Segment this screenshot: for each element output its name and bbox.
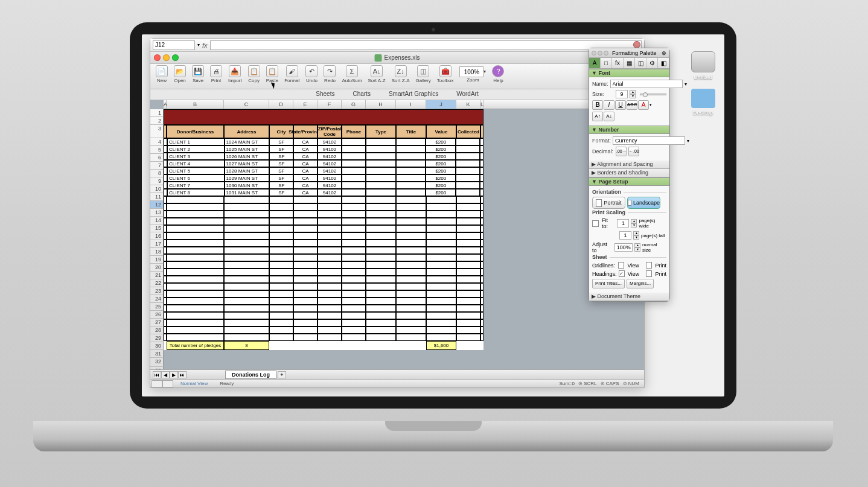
table-header[interactable]: State/Province [293,125,318,138]
add-sheet-icon[interactable]: + [278,371,286,378]
adjust-input[interactable] [614,243,633,252]
table-cell[interactable] [456,145,480,153]
italic-button[interactable]: I [604,100,614,110]
table-cell[interactable]: SF [269,167,293,174]
row-header[interactable]: 19 [150,256,164,264]
col-header[interactable]: B [167,100,224,109]
col-header[interactable]: C [224,100,269,109]
row-header[interactable]: 14 [150,217,164,224]
table-header[interactable]: Donor/Business [167,125,224,138]
table-cell[interactable]: 94102 [318,160,342,167]
palette-titlebar[interactable]: Formatting Palette ⊗ [589,48,669,58]
table-row[interactable] [164,276,483,283]
table-cell[interactable]: CA [293,189,318,196]
table-row[interactable]: CLIENT 71030 MAIN STSFCA94102$200 [164,182,483,189]
print-button[interactable]: 🖨Print [207,65,225,88]
col-header[interactable]: K [456,100,480,109]
font-section[interactable]: ▼ Font [589,69,669,77]
sort-z-a-button[interactable]: Z↓Sort Z-A [389,65,413,88]
row-header[interactable]: 8 [150,170,164,177]
increase-font-button[interactable]: A↑ [592,112,603,121]
table-cell[interactable]: 1029 MAIN ST [225,174,270,182]
table-row[interactable] [164,254,483,261]
font-size-input[interactable] [616,90,628,98]
table-row[interactable]: CLIENT 11024 MAIN STSFCA94102$200 [164,138,483,145]
import-button[interactable]: 📥Import [225,65,245,88]
palette-tool-7[interactable]: ◧ [658,58,669,68]
row-header[interactable]: 15 [150,224,164,232]
table-cell[interactable] [366,160,396,167]
drive-icon[interactable]: Untitled [686,51,720,80]
table-cell[interactable] [342,145,366,153]
table-cell[interactable] [366,167,396,174]
paste-button[interactable]: 📋Paste [263,65,281,88]
table-row[interactable] [164,211,483,218]
grid-print-checkbox[interactable] [646,262,652,269]
redo-button[interactable]: ↷Redo [321,65,339,88]
table-cell[interactable] [456,182,480,189]
table-cell[interactable] [366,145,396,153]
table-row[interactable] [164,326,483,334]
row-header[interactable]: 12 [150,201,164,209]
close-window-icon[interactable] [154,54,161,61]
row-header[interactable]: 28 [150,326,164,334]
name-box[interactable] [153,40,195,50]
table-cell[interactable]: 1026 MAIN ST [225,153,270,160]
alignment-section[interactable]: ▶ Alignment and Spacing [589,161,669,169]
page-setup-section[interactable]: ▼ Page Setup [589,177,669,186]
row-header[interactable]: 3 [150,125,164,138]
tab-smartart-graphics[interactable]: SmartArt Graphics [389,91,438,100]
row-header[interactable]: 29 [150,334,164,342]
row-header[interactable]: 9 [150,177,164,185]
table-row[interactable]: CLIENT 51028 MAIN STSFCA94102$200 [164,167,483,174]
table-row[interactable] [164,305,483,312]
landscape-button[interactable]: Landscape [627,197,660,209]
palette-tool-1[interactable]: A [589,58,601,68]
table-cell[interactable] [456,189,480,196]
table-cell[interactable] [456,167,480,174]
palette-tool-6[interactable]: ⚙ [646,58,658,68]
table-cell[interactable]: CLIENT 3 [167,153,225,160]
table-cell[interactable] [456,160,480,167]
table-cell[interactable]: 1027 MAIN ST [225,160,270,167]
table-cell[interactable] [396,167,426,174]
fx-icon[interactable]: fx [202,42,208,49]
table-cell[interactable]: CA [293,138,318,145]
row-header[interactable]: 22 [150,279,164,287]
zoom-window-icon[interactable] [172,54,179,61]
decrease-decimal-button[interactable]: ←.00 [628,147,639,156]
table-cell[interactable]: 1028 MAIN ST [225,167,270,174]
table-cell[interactable]: CA [293,167,318,174]
table-cell[interactable]: 94102 [318,189,342,196]
row-header[interactable]: 10 [150,185,164,193]
row-header[interactable]: 17 [150,240,164,248]
table-row[interactable]: CLIENT 81031 MAIN STSFCA94102$200 [164,189,483,196]
table-cell[interactable]: SF [269,174,293,182]
table-row[interactable] [164,232,483,240]
table-header[interactable]: Collected [456,125,480,138]
table-row[interactable] [164,319,483,326]
table-cell[interactable] [396,160,426,167]
table-row[interactable]: CLIENT 21025 MAIN STSFCA94102$200 [164,145,483,153]
table-cell[interactable]: $200 [426,138,456,145]
normal-view-icon[interactable] [152,380,162,387]
number-section[interactable]: ▼ Number [589,126,669,134]
col-header[interactable]: D [269,100,293,109]
tab-wordart[interactable]: WordArt [456,91,479,100]
table-cell[interactable]: CLIENT 2 [167,145,225,153]
portrait-button[interactable]: Portrait [592,197,625,209]
table-cell[interactable]: $200 [426,160,456,167]
col-header[interactable]: I [396,100,426,109]
table-row[interactable] [164,312,483,319]
palette-tool-5[interactable]: ◫ [635,58,646,68]
table-cell[interactable] [396,182,426,189]
row-header[interactable]: 16 [150,232,164,240]
table-row[interactable] [164,218,483,225]
table-cell[interactable]: 94102 [318,182,342,189]
table-cell[interactable] [366,182,396,189]
table-cell[interactable] [342,182,366,189]
table-header[interactable]: Type [366,125,396,138]
palette-tool-3[interactable]: fx [612,58,624,68]
table-cell[interactable]: $200 [426,153,456,160]
margins-button[interactable]: Margins... [627,279,654,288]
